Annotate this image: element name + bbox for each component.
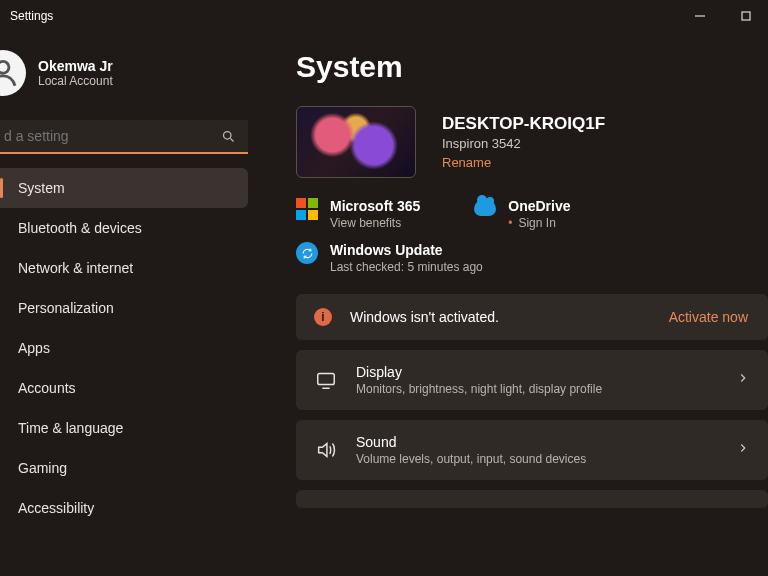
- maximize-button[interactable]: [732, 2, 760, 30]
- sidebar-item-accounts[interactable]: Accounts: [0, 368, 248, 408]
- update-sublabel: Last checked: 5 minutes ago: [330, 260, 483, 274]
- card-subtitle: Volume levels, output, input, sound devi…: [356, 452, 586, 466]
- display-icon: [314, 369, 338, 391]
- sidebar-item-bluetooth[interactable]: Bluetooth & devices: [0, 208, 248, 248]
- sidebar-item-label: Bluetooth & devices: [18, 220, 142, 236]
- service-sublabel: View benefits: [330, 216, 420, 230]
- search-field[interactable]: [0, 120, 248, 154]
- sidebar-item-accessibility[interactable]: Accessibility: [0, 488, 248, 528]
- sidebar-item-network[interactable]: Network & internet: [0, 248, 248, 288]
- svg-point-2: [0, 61, 9, 73]
- sidebar-item-label: Accessibility: [18, 500, 94, 516]
- minimize-button[interactable]: [686, 2, 714, 30]
- chevron-right-icon: [736, 371, 750, 389]
- sidebar-item-label: System: [18, 180, 65, 196]
- window-controls: [686, 2, 760, 30]
- device-model: Inspiron 3542: [442, 136, 605, 151]
- sidebar-item-label: Accounts: [18, 380, 76, 396]
- activation-alert: i Windows isn't activated. Activate now: [296, 294, 768, 340]
- title-bar: Settings: [0, 0, 768, 32]
- profile-block[interactable]: Okemwa Jr Local Account: [0, 32, 256, 116]
- search-icon: [221, 129, 236, 144]
- card-subtitle: Monitors, brightness, night light, displ…: [356, 382, 602, 396]
- setting-card-display[interactable]: Display Monitors, brightness, night ligh…: [296, 350, 768, 410]
- windows-update-row[interactable]: Windows Update Last checked: 5 minutes a…: [296, 242, 768, 274]
- sync-icon: [296, 242, 318, 264]
- sidebar-item-label: Gaming: [18, 460, 67, 476]
- service-label: OneDrive: [508, 198, 570, 214]
- onedrive-icon: [474, 200, 496, 216]
- service-sublabel: Sign In: [508, 216, 570, 230]
- activation-message: Windows isn't activated.: [350, 309, 499, 325]
- profile-account-type: Local Account: [38, 74, 113, 88]
- microsoft-logo-icon: [296, 198, 318, 220]
- sidebar-nav: System Bluetooth & devices Network & int…: [0, 168, 256, 528]
- profile-name: Okemwa Jr: [38, 58, 113, 74]
- svg-line-4: [230, 138, 233, 141]
- svg-point-3: [224, 131, 232, 139]
- rename-link[interactable]: Rename: [442, 155, 605, 170]
- service-label: Microsoft 365: [330, 198, 420, 214]
- search-input[interactable]: [4, 128, 184, 144]
- sidebar-item-time-language[interactable]: Time & language: [0, 408, 248, 448]
- device-thumbnail[interactable]: [296, 106, 416, 178]
- service-m365[interactable]: Microsoft 365 View benefits: [296, 198, 420, 230]
- window-title: Settings: [10, 9, 53, 23]
- alert-icon: i: [314, 308, 332, 326]
- device-name: DESKTOP-KROIQ1F: [442, 114, 605, 134]
- card-title: Sound: [356, 434, 586, 450]
- activate-now-link[interactable]: Activate now: [669, 309, 750, 325]
- user-icon: [0, 56, 20, 90]
- card-title: Display: [356, 364, 602, 380]
- sidebar-item-system[interactable]: System: [0, 168, 248, 208]
- sidebar-item-apps[interactable]: Apps: [0, 328, 248, 368]
- sound-icon: [314, 439, 338, 461]
- sidebar-item-gaming[interactable]: Gaming: [0, 448, 248, 488]
- sidebar-item-label: Network & internet: [18, 260, 133, 276]
- main-pane: System DESKTOP-KROIQ1F Inspiron 3542 Ren…: [256, 32, 768, 576]
- update-label: Windows Update: [330, 242, 483, 258]
- service-onedrive[interactable]: OneDrive Sign In: [474, 198, 570, 230]
- svg-rect-1: [742, 12, 750, 20]
- services-row: Microsoft 365 View benefits OneDrive Sig…: [296, 198, 768, 230]
- sidebar-item-label: Time & language: [18, 420, 123, 436]
- sidebar-item-personalization[interactable]: Personalization: [0, 288, 248, 328]
- chevron-right-icon: [736, 441, 750, 459]
- svg-rect-5: [318, 374, 335, 385]
- avatar: [0, 50, 26, 96]
- device-summary: DESKTOP-KROIQ1F Inspiron 3542 Rename: [296, 106, 768, 178]
- sidebar-item-label: Apps: [18, 340, 50, 356]
- sidebar: Okemwa Jr Local Account System Bluetooth…: [0, 32, 256, 576]
- setting-card-partial[interactable]: [296, 490, 768, 508]
- sidebar-item-label: Personalization: [18, 300, 114, 316]
- setting-card-sound[interactable]: Sound Volume levels, output, input, soun…: [296, 420, 768, 480]
- svg-marker-7: [319, 444, 327, 457]
- page-title: System: [296, 50, 768, 84]
